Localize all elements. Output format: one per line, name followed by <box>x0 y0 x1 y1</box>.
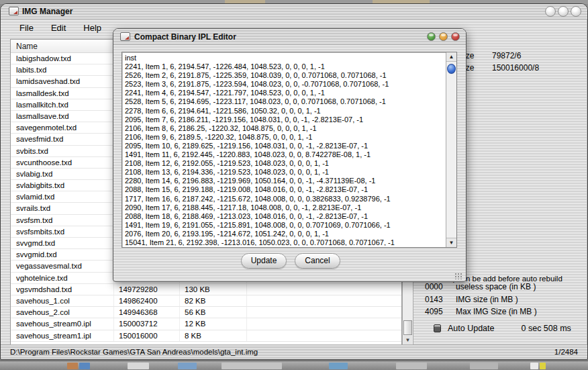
taskbar-fragment <box>396 363 427 369</box>
ipl-line: 2108, Item 13, 6, 2194.336, -1219.523, 1… <box>125 168 444 177</box>
stat-value: 0000 <box>425 282 456 291</box>
close-button[interactable] <box>451 32 460 41</box>
file-size-cell: 56 KB <box>180 307 247 318</box>
update-button[interactable]: Update <box>241 253 287 269</box>
file-name-cell: svlabigbits.txd <box>11 180 114 191</box>
desktop: IMG Manager File Edit Help Name l <box>0 0 588 370</box>
taskbar-fragment <box>128 363 149 369</box>
file-name-cell: savehous_stream0.ipl <box>11 318 114 329</box>
file-name-cell: lamidsaveshad.txd <box>11 76 114 87</box>
ipl-lines: inst 2241, Item 1, 6, 2194.547, -1226.48… <box>125 54 444 246</box>
file-name-cell: lasmallkitch.txd <box>11 99 114 110</box>
file-offset-cell: 149946368 <box>114 307 180 318</box>
maximize-button[interactable] <box>558 6 569 17</box>
file-name-cell: svsfsm.txd <box>11 215 114 226</box>
file-name-cell: svvgmid.txd <box>11 249 114 260</box>
close-button[interactable] <box>571 6 581 17</box>
dialog-titlebar[interactable]: Compact Binary IPL Editor <box>113 29 466 45</box>
ipl-editor-dialog: Compact Binary IPL Editor inst 2241, Ite… <box>113 28 467 282</box>
size-row-2: ize 150016000/8 <box>464 63 539 73</box>
taskbar-fragment <box>67 363 78 369</box>
ipl-line: 15041, Item 21, 6, 2192.398, -1213.016, … <box>125 238 444 246</box>
zoom-button[interactable] <box>427 32 436 41</box>
file-name-cell: svlamid.txd <box>11 191 114 202</box>
scroll-down-icon[interactable]: ▼ <box>446 238 456 247</box>
size-row-1: ize 79872/6 <box>464 51 521 60</box>
ipl-line: 2280, Item 14, 6, 2196.883, -1219.969, 1… <box>125 177 444 185</box>
file-size-cell: 82 KB <box>180 295 247 306</box>
status-counter: 1/2484 <box>554 348 578 356</box>
ipl-line: 2108, Item 12, 6, 2192.055, -1219.523, 1… <box>125 159 444 168</box>
menu-item[interactable]: Help <box>83 23 101 33</box>
taskbar-fragment <box>178 363 197 369</box>
dialog-title: Compact Binary IPL Editor <box>134 32 236 42</box>
cancel-button[interactable]: Cancel <box>295 253 340 269</box>
file-name-cell: savegenmotel.txd <box>11 122 114 133</box>
ipl-line: 1717, Item 16, 6, 2187.242, -1215.672, 1… <box>125 195 444 203</box>
ipl-line: 2090, Item 17, 6, 2188.445, -1217.18, 10… <box>125 203 444 212</box>
auto-update-checkbox[interactable] <box>434 324 441 332</box>
file-name-cell: svsfsmbits.txd <box>11 226 114 237</box>
stat-max-img-size: 4095 Max IMG Size (in MB ) <box>425 307 537 316</box>
titlebar[interactable]: IMG Manager <box>1 4 587 19</box>
file-name-cell: svvgmd.txd <box>11 238 114 248</box>
table-row[interactable]: savehous_stream0.ipl 150003712 12 KB <box>11 318 401 330</box>
menu-item[interactable]: File <box>19 23 34 33</box>
stat-value: 0143 <box>425 295 456 304</box>
file-name-cell: vegassavesmal.txd <box>11 261 114 271</box>
editor-scrollbar[interactable]: ▲ ▼ <box>446 52 456 247</box>
table-row[interactable]: savehous_stream1.ipl 150016000 8 KB <box>11 330 401 342</box>
status-bar: D:\Program Files\Rockstar Games\GTA San … <box>1 344 587 359</box>
ipl-line: 2088, Item 18, 6, 2188.469, -1213.023, 1… <box>125 212 444 221</box>
ipl-line: 2278, Item 6, 6, 2194.641, -1221.586, 10… <box>125 107 444 115</box>
minimize-button[interactable] <box>545 6 556 17</box>
scroll-up-icon[interactable]: ▲ <box>446 52 456 62</box>
ipl-line: 1491, Item 19, 6, 2191.055, -1215.891, 1… <box>125 221 444 230</box>
file-name-cell: lasmalldesk.txd <box>11 88 114 99</box>
taskbar-fragment <box>470 363 498 369</box>
ipl-line: 2095, Item 10, 6, 2189.625, -1219.156, 1… <box>125 142 444 150</box>
file-name-cell: svrails.txd <box>11 203 114 214</box>
app-icon <box>9 7 19 15</box>
size-value: 150016000/8 <box>492 63 539 73</box>
file-name-cell: savehous_2.col <box>11 307 114 318</box>
scrollbar-thumb[interactable] <box>403 320 412 335</box>
ipl-line: inst <box>125 54 444 62</box>
ipl-line: 2088, Item 15, 6, 2199.188, -1219.008, 1… <box>125 185 444 194</box>
stat-value: 4095 <box>425 307 456 316</box>
file-offset-cell: 149729280 <box>114 284 180 295</box>
file-name-cell: savesfmid.txd <box>11 134 114 144</box>
stat-label: IMG size (in MB ) <box>456 295 518 304</box>
ipl-line: 2241, Item 4, 6, 2194.547, -1221.797, 10… <box>125 89 444 97</box>
taskbar-fragment <box>530 363 538 369</box>
file-name-cell: vghotelnice.txd <box>11 273 114 283</box>
minimize-button[interactable] <box>439 32 448 41</box>
taskbar-fragment <box>222 363 282 369</box>
window-title: IMG Manager <box>22 7 72 16</box>
table-row[interactable]: savehous_2.col 149946368 56 KB <box>11 307 401 318</box>
file-name-cell: svbits.txd <box>11 146 114 156</box>
stat-img-size: 0143 IMG size (in MB ) <box>425 295 518 304</box>
file-name-cell: vgsvmdshad.txd <box>11 284 114 295</box>
file-name-cell: svlabig.txd <box>11 169 114 179</box>
file-name-cell: svcunthoose.txd <box>11 157 114 168</box>
table-row[interactable]: vgsvmdshad.txd 149729280 130 KB <box>11 284 401 295</box>
stat-useless-space: 0000 useless space (in KB ) <box>425 282 536 291</box>
scroll-down-icon[interactable]: ▼ <box>403 336 412 345</box>
ipl-text-editor[interactable]: inst 2241, Item 1, 6, 2194.547, -1226.48… <box>121 52 457 248</box>
file-size-cell: 12 KB <box>180 318 247 329</box>
window-controls <box>545 6 581 17</box>
file-name-cell: lasmallsave.txd <box>11 111 114 122</box>
taskbar-fragment <box>540 363 546 369</box>
ipl-line: 1491, Item 11, 6, 2192.445, -1220.883, 1… <box>125 150 444 159</box>
table-row[interactable]: savehous_1.col 149862400 82 KB <box>11 295 401 307</box>
file-size-cell: 130 KB <box>180 284 247 295</box>
resize-grip[interactable] <box>454 273 462 279</box>
scrollbar-thumb[interactable] <box>447 64 456 74</box>
stat-label: Max IMG Size (in MB ) <box>456 307 537 316</box>
menu-item[interactable]: Edit <box>51 23 66 33</box>
ipl-line: 2106, Item 8, 6, 2186.25, -1220.32, 1048… <box>125 124 444 133</box>
ipl-line: 2106, Item 9, 6, 2189.5, -1220.32, 1048.… <box>125 133 444 142</box>
file-name-cell: labits.txd <box>11 64 114 75</box>
file-name-cell: savehous_stream1.ipl <box>11 330 114 341</box>
